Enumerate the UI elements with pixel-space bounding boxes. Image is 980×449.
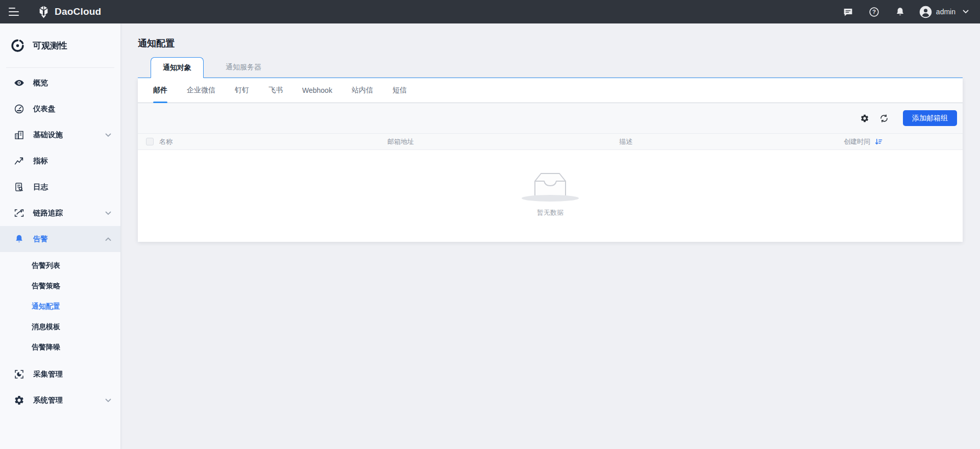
subtab-sms[interactable]: 短信: [393, 78, 407, 103]
alert-bell-icon: [14, 234, 24, 244]
chevron-down-icon: [105, 398, 111, 403]
select-all-cell: [146, 138, 159, 145]
sidebar-item-system-management[interactable]: 系统管理: [0, 387, 120, 413]
alerts-submenu: 告警列表 告警策略 通知配置 消息模板 告警降噪: [0, 252, 120, 361]
metrics-icon: [14, 156, 24, 166]
user-menu[interactable]: admin: [919, 6, 969, 18]
navbar-left: DaoCloud: [0, 5, 101, 19]
empty-state: 暂无数据: [138, 150, 963, 242]
page-title: 通知配置: [138, 37, 980, 49]
subtab-internal-message[interactable]: 站内信: [352, 78, 373, 103]
content-card: 邮件 企业微信 钉钉 飞书 Webhook 站内信 短信: [138, 78, 963, 242]
sidebar-item-tracing[interactable]: 链路追踪: [0, 200, 120, 226]
column-name: 名称: [159, 137, 387, 146]
menu-icon[interactable]: [9, 8, 20, 16]
subtab-feishu[interactable]: 飞书: [268, 78, 283, 103]
subtab-dingtalk[interactable]: 钉钉: [235, 78, 249, 103]
brand-name: DaoCloud: [55, 6, 101, 17]
chevron-down-icon: [963, 10, 969, 14]
sidebar-item-alerts[interactable]: 告警: [0, 226, 120, 252]
subtab-webhook[interactable]: Webhook: [302, 78, 332, 103]
settings-gear-icon[interactable]: [859, 112, 871, 124]
module-header: 可观测性: [0, 23, 120, 67]
chevron-down-icon: [105, 211, 111, 215]
daocloud-logo-icon: [37, 5, 51, 19]
refresh-icon[interactable]: [878, 112, 890, 124]
buildings-icon: [14, 130, 24, 140]
sidebar-item-alert-noise-reduction[interactable]: 告警降噪: [0, 337, 120, 358]
empty-text: 暂无数据: [537, 208, 564, 217]
table-header: 名称 邮箱地址 描述 创建时间: [138, 133, 963, 150]
chevron-up-icon: [105, 237, 111, 241]
table-toolbar: 添加邮箱组: [138, 103, 963, 133]
logs-icon: [14, 182, 24, 192]
svg-text:?: ?: [872, 9, 876, 15]
tab-notification-targets[interactable]: 通知对象: [151, 57, 204, 78]
channel-subtabs: 邮件 企业微信 钉钉 飞书 Webhook 站内信 短信: [138, 78, 963, 103]
sidebar-nav: 概览 仪表盘 基础设施: [0, 68, 120, 413]
top-navbar: DaoCloud ?: [0, 0, 980, 23]
sidebar-item-infrastructure[interactable]: 基础设施: [0, 122, 120, 148]
select-all-checkbox[interactable]: [146, 138, 154, 145]
empty-icon-shadow: [522, 195, 579, 202]
main-content: 通知配置 通知对象 通知服务器 邮件 企业微信 钉钉 飞书 Webhook 站内…: [121, 23, 980, 449]
empty-inbox-icon: [533, 172, 567, 198]
sidebar-item-alert-policies[interactable]: 告警策略: [0, 276, 120, 296]
sidebar: 可观测性 概览 仪表盘: [0, 23, 121, 449]
sidebar-item-metrics[interactable]: 指标: [0, 148, 120, 174]
chevron-down-icon: [105, 133, 111, 137]
collector-icon: [14, 369, 24, 380]
sort-desc-icon[interactable]: [875, 138, 883, 145]
gear-icon: [14, 395, 24, 406]
subtab-wecom[interactable]: 企业微信: [187, 78, 215, 103]
sidebar-item-notification-config[interactable]: 通知配置: [0, 296, 120, 317]
column-description: 描述: [619, 137, 844, 146]
module-title: 可观测性: [33, 40, 67, 52]
sidebar-item-dashboards[interactable]: 仪表盘: [0, 96, 120, 122]
help-icon[interactable]: ?: [869, 6, 880, 17]
sidebar-item-overview[interactable]: 概览: [0, 70, 120, 96]
sidebar-item-logs[interactable]: 日志: [0, 174, 120, 200]
navbar-right: ? admin: [828, 6, 969, 18]
chat-icon[interactable]: [843, 6, 854, 17]
sidebar-item-collection-management[interactable]: 采集管理: [0, 361, 120, 387]
subtab-email[interactable]: 邮件: [153, 78, 167, 103]
tab-bar: 通知对象 通知服务器: [138, 57, 963, 78]
avatar-icon: [919, 6, 932, 18]
brand-logo[interactable]: DaoCloud: [37, 5, 101, 19]
bell-icon[interactable]: [895, 6, 906, 17]
observability-icon: [11, 39, 24, 53]
eye-icon: [14, 78, 24, 88]
sidebar-item-alert-list[interactable]: 告警列表: [0, 256, 120, 276]
column-created-time[interactable]: 创建时间: [844, 137, 963, 146]
add-mailbox-group-button[interactable]: 添加邮箱组: [903, 110, 957, 126]
user-name: admin: [936, 8, 955, 16]
gauge-icon: [14, 104, 24, 114]
tab-notification-servers[interactable]: 通知服务器: [224, 57, 263, 78]
sidebar-item-message-templates[interactable]: 消息模板: [0, 317, 120, 337]
tracing-icon: [14, 208, 24, 218]
column-email-address: 邮箱地址: [387, 137, 619, 146]
